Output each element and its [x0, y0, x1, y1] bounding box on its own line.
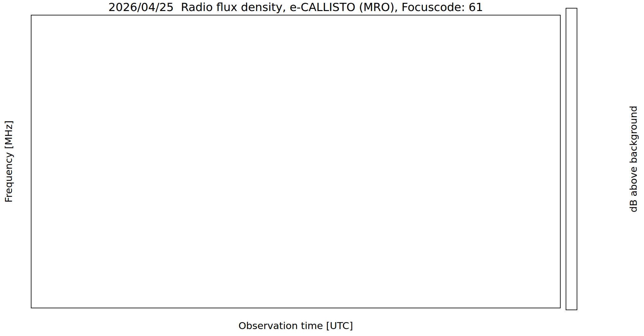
- colorbar-gradient-canvas: [566, 9, 577, 310]
- colorbar: [566, 8, 577, 310]
- colorbar-label: dB above background: [628, 105, 639, 212]
- y-axis-label: Frequency [MHz]: [3, 121, 14, 203]
- chart-title: 2026/04/25 Radio flux density, e-CALLIST…: [31, 1, 560, 14]
- x-axis-label: Observation time [UTC]: [31, 320, 560, 331]
- plot-area: [31, 15, 561, 308]
- spectrogram-canvas: [31, 15, 560, 308]
